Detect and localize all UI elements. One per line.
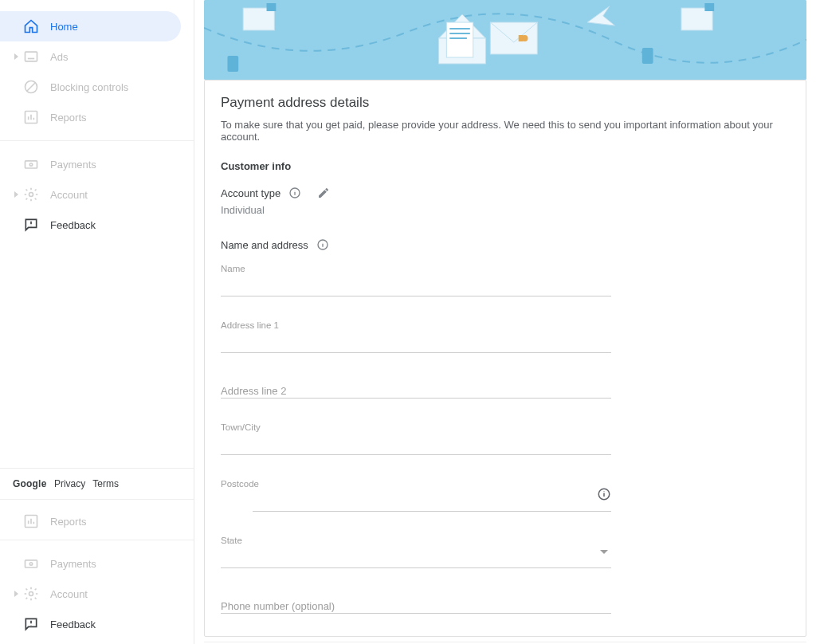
svg-rect-3	[26, 161, 37, 168]
field-label: Name	[221, 264, 611, 273]
svg-point-9	[29, 592, 33, 596]
sidebar-item-label: Feedback	[50, 219, 96, 231]
main-content: Payment address details To make sure tha…	[194, 0, 816, 644]
feedback-icon	[23, 217, 39, 233]
sidebar-item-ads[interactable]: Ads	[0, 41, 181, 72]
account-type-label: Account type	[221, 187, 280, 199]
svg-point-8	[29, 563, 32, 565]
ads-icon	[23, 49, 39, 65]
address1-field: Address line 1	[221, 320, 611, 353]
gear-icon	[23, 586, 39, 602]
page-subtitle: To make sure that you get paid, please p…	[221, 119, 790, 143]
address2-field: Address line 2	[221, 377, 611, 399]
account-type-row: Account type	[221, 187, 790, 199]
info-icon[interactable]	[597, 487, 611, 501]
feedback-icon	[23, 616, 39, 632]
postcode-input[interactable]	[253, 490, 611, 512]
sidebar-item-label: Ads	[50, 51, 68, 63]
chevron-down-icon	[600, 550, 608, 554]
sidebar-item-reports[interactable]: Reports	[0, 102, 181, 132]
info-icon[interactable]	[288, 187, 301, 199]
payments-icon	[23, 556, 39, 571]
address1-input[interactable]	[221, 332, 611, 353]
terms-link[interactable]: Terms	[92, 478, 119, 489]
gear-icon	[23, 187, 39, 202]
info-icon[interactable]	[316, 238, 329, 251]
svg-rect-19	[704, 3, 714, 11]
account-type-value: Individual	[221, 204, 790, 216]
postcode-field: Postcode	[253, 479, 611, 512]
sidebar-item-reports-2[interactable]: Reports	[0, 506, 181, 536]
sidebar-item-label: Reports	[50, 516, 87, 528]
footer-links: Google Privacy Terms	[0, 468, 194, 499]
sidebar: Home Ads Blocking controls Reports	[0, 0, 194, 644]
sidebar-item-label: Home	[50, 21, 78, 33]
sidebar-item-feedback[interactable]: Feedback	[0, 210, 181, 240]
customer-info-heading: Customer info	[221, 160, 790, 172]
google-logo: Google	[13, 478, 47, 489]
sidebar-item-payments-2[interactable]: Payments	[0, 548, 181, 579]
sidebar-item-home[interactable]: Home	[0, 11, 181, 41]
sidebar-item-label: Payments	[50, 159, 96, 171]
svg-rect-15	[490, 22, 537, 54]
edit-icon[interactable]	[317, 187, 330, 199]
svg-point-5	[29, 193, 33, 197]
city-field: Town/City	[221, 422, 611, 455]
city-input[interactable]	[221, 434, 611, 455]
svg-rect-18	[681, 8, 712, 30]
sidebar-item-account-2[interactable]: Account	[0, 579, 181, 609]
svg-point-4	[29, 163, 32, 166]
sidebar-item-blocking[interactable]: Blocking controls	[0, 72, 181, 102]
name-address-label: Name and address	[221, 239, 308, 251]
reports-icon	[23, 109, 39, 125]
svg-rect-20	[642, 48, 653, 64]
sidebar-item-label: Account	[50, 588, 88, 600]
phone-field: Phone number (optional)	[221, 592, 611, 614]
name-field: Name	[221, 264, 611, 296]
field-label: Town/City	[221, 422, 611, 432]
block-icon	[23, 79, 39, 95]
sidebar-item-label: Feedback	[50, 618, 96, 630]
payment-address-card: Payment address details To make sure tha…	[204, 80, 806, 637]
name-address-row: Name and address	[221, 238, 790, 251]
home-icon	[23, 18, 39, 34]
sidebar-item-label: Blocking controls	[50, 81, 128, 93]
field-label: State	[221, 536, 611, 545]
sidebar-item-label: Reports	[50, 112, 87, 124]
sidebar-item-account[interactable]: Account	[0, 179, 181, 210]
svg-rect-11	[243, 8, 274, 30]
reports-icon	[23, 513, 39, 529]
payments-icon	[23, 156, 39, 172]
name-input[interactable]	[221, 275, 611, 296]
sidebar-item-label: Account	[50, 189, 88, 201]
svg-rect-14	[446, 22, 473, 57]
sidebar-item-payments[interactable]: Payments	[0, 149, 181, 179]
phone-input[interactable]	[221, 592, 611, 614]
state-field: State	[221, 536, 611, 568]
address2-input[interactable]	[221, 377, 611, 399]
sidebar-item-feedback-2[interactable]: Feedback	[0, 609, 181, 639]
field-label: Address line 1	[221, 320, 611, 330]
svg-rect-0	[26, 52, 37, 61]
privacy-link[interactable]: Privacy	[54, 478, 85, 489]
hero-banner	[204, 0, 806, 80]
sidebar-item-label: Payments	[50, 558, 96, 570]
page-title: Payment address details	[221, 95, 790, 111]
svg-rect-12	[267, 3, 277, 11]
field-label: Postcode	[221, 479, 611, 489]
svg-rect-21	[227, 56, 238, 72]
svg-rect-17	[519, 35, 524, 41]
svg-rect-7	[26, 560, 37, 567]
state-select[interactable]	[221, 547, 611, 568]
